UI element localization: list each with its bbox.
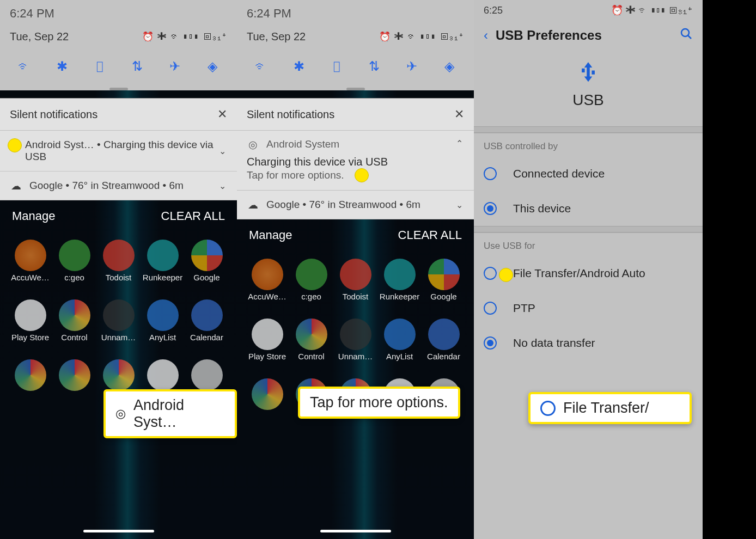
notif-subtitle: Tap for more options.: [247, 169, 344, 181]
radio-icon: [484, 267, 497, 280]
nav-gesture-bar[interactable]: [320, 530, 391, 532]
app-todoist[interactable]: Todoist: [98, 240, 139, 292]
radio-label: File Transfer/Android Auto: [513, 267, 645, 280]
section-usb-controlled-by: USB controlled by: [474, 133, 703, 156]
silent-notifications-header: Silent notifications ✕: [237, 98, 474, 131]
quick-settings-row: ᯤ ✱ ⌷ ⇅ ✈ ◈: [247, 48, 464, 88]
radio-file-transfer[interactable]: File Transfer/Android Auto: [474, 256, 703, 291]
app-folder-1[interactable]: [10, 359, 51, 412]
highlight-dot: [499, 268, 513, 282]
chevron-down-icon[interactable]: ⌄: [219, 146, 226, 156]
usb-label: USB: [474, 91, 703, 109]
app-calendar[interactable]: Calendar: [423, 318, 464, 371]
statusbar-icons: ⏰ ✱ ᯤ ▮▯▮ ⧈₃₁⁺: [142, 31, 227, 42]
manage-button[interactable]: Manage: [12, 209, 56, 223]
airplane-icon[interactable]: ✈: [166, 57, 184, 76]
app-google[interactable]: Google: [423, 259, 464, 311]
date: Tue, Sep 22: [10, 30, 69, 43]
page-title: USB Preferences: [496, 28, 672, 43]
radio-label: No data transfer: [513, 336, 595, 350]
radio-icon: [484, 167, 497, 180]
data-icon[interactable]: ⇅: [365, 57, 383, 76]
shade-handle[interactable]: [346, 88, 365, 90]
svg-point-2: [681, 29, 689, 36]
app-unnamed[interactable]: Unnam…: [335, 318, 376, 371]
time: 6:25: [484, 5, 503, 16]
clear-all-button[interactable]: CLEAR ALL: [398, 228, 462, 242]
close-icon[interactable]: ✕: [454, 107, 464, 121]
search-icon[interactable]: [680, 27, 693, 44]
app-google[interactable]: Google: [186, 240, 227, 292]
app-todoist[interactable]: Todoist: [335, 259, 376, 311]
notification-google-weather[interactable]: ☁ Google • 76° in Streamwood • 6m ⌄: [0, 171, 237, 200]
time: 6:24 PM: [10, 0, 227, 27]
app-control[interactable]: Control: [54, 299, 95, 352]
airplane-icon[interactable]: ✈: [403, 57, 421, 76]
app-control[interactable]: Control: [291, 318, 332, 371]
close-icon[interactable]: ✕: [217, 107, 227, 121]
screenshot-2: 6:24 PM Tue, Sep 22 ⏰ ✱ ᯤ ▮▯▮ ⧈₃₁⁺ ᯤ ✱ ⌷…: [237, 0, 474, 539]
radio-icon-selected: [484, 202, 497, 215]
chevron-up-icon[interactable]: ⌃: [456, 138, 463, 149]
app-accuweather[interactable]: AccuWe…: [10, 240, 51, 292]
radio-ptp[interactable]: PTP: [474, 291, 703, 326]
radio-this-device[interactable]: This device: [474, 191, 703, 226]
callout-tap-more-options: Tap for more options.: [298, 387, 460, 419]
app-playstore[interactable]: Play Store: [10, 299, 51, 352]
rotation-icon[interactable]: ◈: [203, 57, 222, 76]
radio-connected-device[interactable]: Connected device: [474, 156, 703, 191]
app-cgeo[interactable]: c:geo: [54, 240, 95, 292]
statusbar-icons: ⏰ ✱ ᯤ ▮▯▮ ⧈₃₁⁺: [379, 31, 464, 42]
radio-icon: [484, 302, 497, 315]
app-unnamed[interactable]: Unnam…: [98, 299, 139, 352]
wifi-icon[interactable]: ᯤ: [252, 57, 271, 76]
nav-gesture-bar[interactable]: [83, 530, 154, 532]
time: 6:24 PM: [247, 0, 464, 27]
notification-google-weather[interactable]: ☁ Google • 76° in Streamwood • 6m ⌄: [237, 191, 474, 219]
cloud-icon: ☁: [247, 199, 259, 211]
cloud-icon: ☁: [10, 180, 22, 192]
chevron-down-icon[interactable]: ⌄: [456, 200, 463, 210]
app-folder-1[interactable]: [247, 378, 288, 431]
notification-android-system[interactable]: Android Syst… • Charging this device via…: [0, 131, 237, 171]
bluetooth-icon[interactable]: ✱: [290, 57, 308, 76]
flashlight-icon[interactable]: ⌷: [90, 57, 109, 76]
app-folder-2[interactable]: [54, 359, 95, 412]
callout-text: Tap for more options.: [310, 394, 448, 411]
app-playstore[interactable]: Play Store: [247, 318, 288, 371]
rotation-icon[interactable]: ◈: [440, 57, 459, 76]
shade-handle[interactable]: [109, 88, 128, 90]
callout-android-system: ◎ Android Syst…: [103, 389, 237, 438]
statusbar-icons: ⏰ ✱ ᯤ ▮▯▮ ⧈₃₁⁺: [611, 4, 693, 16]
back-icon[interactable]: ‹: [484, 28, 488, 43]
notification-expanded-body[interactable]: Charging this device via USB Tap for mor…: [237, 154, 474, 191]
silent-label: Silent notifications: [10, 108, 97, 121]
app-runkeeper[interactable]: Runkeep­er: [142, 240, 183, 292]
callout-text: Android Syst…: [133, 397, 225, 431]
app-cgeo[interactable]: c:geo: [291, 259, 332, 311]
app-calendar[interactable]: Calendar: [186, 299, 227, 352]
radio-label: PTP: [513, 302, 535, 315]
silent-notifications-header: Silent notifications ✕: [0, 98, 237, 131]
app-accuweather[interactable]: AccuWe…: [247, 259, 288, 311]
quick-settings-row: ᯤ ✱ ⌷ ⇅ ✈ ◈: [10, 48, 227, 88]
notification-expanded-header[interactable]: ◎ Android System ⌃: [237, 131, 474, 154]
radio-no-data-transfer[interactable]: No data transfer: [474, 326, 703, 360]
usb-hero: USB: [474, 56, 703, 126]
notif-app-name: Android System: [266, 138, 339, 150]
highlight-dot: [355, 168, 369, 182]
app-anylist[interactable]: AnyList: [379, 318, 420, 371]
data-icon[interactable]: ⇅: [128, 57, 147, 76]
radio-icon: [540, 401, 556, 416]
app-anylist[interactable]: AnyList: [142, 299, 183, 352]
manage-button[interactable]: Manage: [249, 228, 292, 242]
bluetooth-icon[interactable]: ✱: [53, 57, 71, 76]
callout-file-transfer: File Transfer/: [528, 392, 692, 424]
silent-label: Silent notifications: [247, 108, 334, 121]
section-use-usb-for: Use USB for: [474, 232, 703, 256]
wifi-icon[interactable]: ᯤ: [15, 57, 34, 76]
app-runkeeper[interactable]: Runkeep­er: [379, 259, 420, 311]
clear-all-button[interactable]: CLEAR ALL: [161, 209, 225, 223]
flashlight-icon[interactable]: ⌷: [327, 57, 346, 76]
chevron-down-icon[interactable]: ⌄: [219, 181, 226, 191]
